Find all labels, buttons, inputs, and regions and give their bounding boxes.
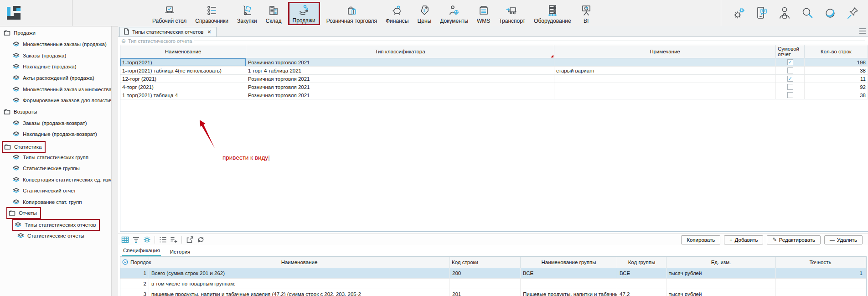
spec-row[interactable]: 2 в том числе по товарным группам:	[120, 279, 866, 289]
column-header-group-code[interactable]: Код группы	[617, 257, 666, 268]
module-equipment[interactable]: Оборудование	[532, 2, 574, 25]
tree-item[interactable]: Копирование стат. групп	[13, 197, 82, 207]
tree-folder-returns[interactable]: Возвраты	[4, 107, 37, 116]
checkbox-unchecked[interactable]	[787, 84, 793, 90]
column-header-line-code[interactable]: Код строки	[450, 257, 521, 268]
tree-item[interactable]: Накладные (продажа-возврат)	[13, 130, 97, 139]
open-external-icon[interactable]	[186, 236, 194, 244]
folder-icon	[9, 210, 16, 216]
tree-folder-reports-annotated[interactable]: Отчеты	[6, 207, 41, 219]
module-finance[interactable]: Финансы	[383, 2, 411, 25]
column-header-name[interactable]: Наименование	[149, 257, 450, 268]
delete-label: Удалить	[837, 237, 857, 243]
column-header-group-name[interactable]: Наименование группы	[521, 257, 617, 268]
column-header-order[interactable]: Порядок	[120, 257, 149, 268]
table-row[interactable]: 4-торг (2021) Розничная торговля 2021 92	[120, 83, 868, 91]
settings-gears-icon[interactable]	[732, 5, 746, 21]
module-wms[interactable]: WMS	[475, 2, 492, 25]
cell-group-code: ВСЕ	[617, 268, 666, 278]
user-lock-icon[interactable]	[778, 5, 791, 21]
tree-item[interactable]: Типы статистических групп	[13, 153, 88, 162]
module-documents[interactable]: Документы	[438, 2, 470, 25]
tree-item[interactable]: Конвертация статистических ед. изм.	[13, 175, 111, 184]
table-row[interactable]: 12-торг (2021) Розничная торговля 2021 ✓…	[120, 75, 868, 83]
module-purchases[interactable]: Закупки	[235, 2, 259, 25]
annotation-text: привести к виду	[222, 154, 268, 161]
pin-icon[interactable]	[846, 5, 860, 21]
gear-icon[interactable]	[143, 236, 151, 244]
sidebar-splitter[interactable]	[111, 26, 119, 296]
tree-item[interactable]: Статистический отчет	[13, 186, 76, 195]
column-header-unit[interactable]: Ед. изм.	[666, 257, 776, 268]
tab-report-types[interactable]: Типы статистических отчетов ✕	[119, 27, 217, 36]
desktop-icon	[163, 4, 176, 17]
module-sales-selected[interactable]: Продажи	[288, 2, 320, 25]
checkbox-checked[interactable]: ✓	[787, 76, 793, 82]
add-button[interactable]: +Добавить	[724, 235, 763, 244]
refresh-icon[interactable]	[196, 236, 205, 244]
module-bi[interactable]: BI	[578, 2, 595, 25]
tab-specification[interactable]: Спецификация	[122, 246, 161, 256]
spec-row[interactable]: 1 Всего (сумма строк 201 и 262) 200 ВСЕ …	[120, 268, 866, 279]
tree-item[interactable]: Акты расхождений (продажа)	[13, 73, 94, 83]
grid-toolbar: Копировать +Добавить ✎Редактировать —Уда…	[118, 234, 868, 245]
column-header-sum-report[interactable]: Сумовой отчет	[776, 45, 805, 58]
app-logo	[7, 6, 23, 21]
tree-item-report-types-annotated[interactable]: Типы статистических отчетов	[12, 219, 100, 231]
edit-button[interactable]: ✎Редактировать	[767, 235, 821, 244]
module-label: Цены	[417, 18, 431, 24]
delete-button[interactable]: —Удалить	[824, 235, 863, 244]
column-header-row-count[interactable]: Кол-во строк	[805, 45, 868, 58]
checkbox-checked[interactable]: ✓	[787, 59, 793, 65]
tree-item[interactable]: Формирование заказов для логистического …	[13, 96, 111, 105]
table-row[interactable]: 1-торг(2021) таблица 4(не использовать) …	[120, 67, 868, 75]
tab-close-icon[interactable]: ✕	[207, 29, 212, 35]
text-caret: |	[268, 154, 270, 161]
table-row[interactable]: 1-торг(2021) таблица 4 Розничная торговл…	[120, 91, 868, 99]
tree-item[interactable]: Множественные заказы (продажа)	[13, 40, 107, 49]
column-header-precision[interactable]: Точность	[776, 257, 865, 268]
tree-item[interactable]: Статистические отчеты	[17, 231, 84, 240]
checkbox-unchecked[interactable]	[787, 68, 793, 73]
tree-item[interactable]: Заказы (продажа)	[13, 51, 66, 60]
list-add-icon[interactable]	[170, 236, 178, 244]
tree-item[interactable]: Заказы (продажа-возврат)	[13, 119, 87, 128]
cell-name: 12-торг (2021)	[120, 75, 246, 83]
module-warehouse[interactable]: Склад	[264, 2, 284, 25]
phone-message-icon[interactable]	[755, 5, 769, 21]
wms-icon	[477, 4, 490, 17]
tree-folder-sales[interactable]: Продажи	[4, 28, 36, 37]
search-icon[interactable]	[801, 5, 814, 21]
globe-icon[interactable]	[823, 5, 837, 21]
grid-view-icon[interactable]	[121, 236, 129, 244]
document-icon	[124, 28, 129, 36]
folder-icon	[4, 30, 10, 36]
filter-icon[interactable]	[132, 236, 140, 244]
tree-folder-statistics-annotated[interactable]: Статистика	[2, 141, 46, 153]
spec-row[interactable]: 3 пищевые продукты, напитки и табачные и…	[120, 289, 866, 296]
column-header-note[interactable]: Примечание	[554, 45, 776, 58]
tab-history[interactable]: История	[169, 248, 191, 256]
collapse-icon[interactable]: ⊖	[121, 39, 126, 43]
column-header-classifier-type[interactable]: Тип классификатора	[246, 45, 554, 58]
module-references[interactable]: Справочники	[193, 2, 231, 25]
column-header-name[interactable]: Наименование	[120, 45, 246, 58]
tree-item[interactable]: Накладные (продажа)	[13, 62, 77, 71]
cell-order: 1	[120, 268, 149, 278]
layers-icon	[13, 98, 20, 104]
copy-button[interactable]: Копировать	[681, 235, 720, 244]
tree-item[interactable]: Множественный заказ из множества магазин	[13, 85, 111, 94]
table-row[interactable]: 1-торг(2021) Розничная торговля 2021 ✓ 1…	[120, 58, 868, 67]
module-retail[interactable]: Розничная торговля	[324, 2, 379, 25]
cell-sum	[776, 67, 805, 74]
tab-list-icon[interactable]	[859, 28, 866, 34]
module-desktop[interactable]: Рабочий стол	[150, 2, 189, 25]
checkbox-unchecked[interactable]	[787, 92, 793, 98]
references-icon	[206, 4, 218, 17]
module-transport[interactable]: Транспорт	[496, 2, 527, 25]
tree-label: Заказы (продажа-возврат)	[23, 120, 87, 126]
numbered-list-icon[interactable]	[159, 236, 167, 244]
layers-icon	[13, 177, 20, 183]
module-prices[interactable]: $ Цены	[415, 2, 434, 25]
tree-item[interactable]: Статистические группы	[13, 164, 80, 173]
